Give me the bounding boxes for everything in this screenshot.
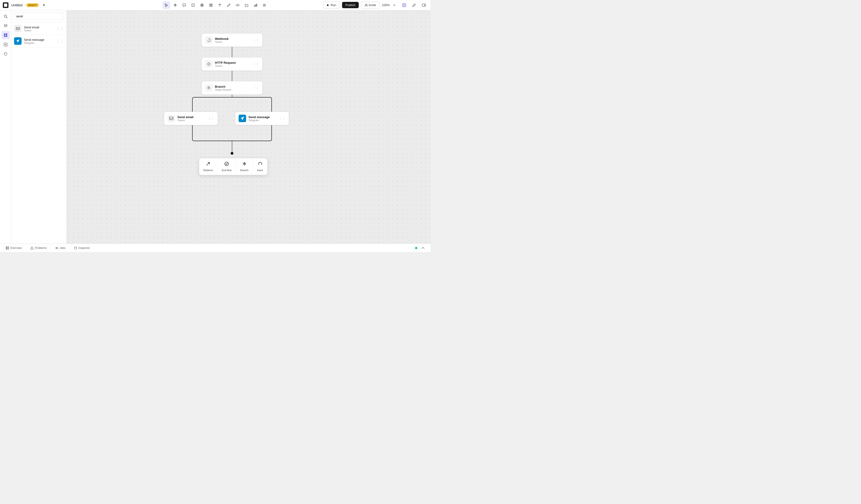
pen-tool[interactable]	[225, 1, 232, 9]
flow-connector-dot	[231, 152, 233, 155]
webhook-menu[interactable]: ⋮⋮	[252, 38, 259, 42]
send-message-node-info: Send message Telegram	[248, 115, 277, 122]
action-branch[interactable]: Branch	[236, 158, 253, 175]
svg-point-17	[263, 5, 264, 5]
branch-sub: Towire Branch	[215, 88, 250, 91]
svg-marker-23	[327, 4, 329, 6]
send-message-sub: Telegram	[24, 42, 56, 44]
logo	[3, 2, 9, 8]
action-branch-icon	[242, 162, 247, 167]
webhook-sub: Towire	[215, 41, 250, 43]
http-name: HTTP Request	[215, 61, 250, 65]
title-chevron[interactable]: ▾	[40, 1, 47, 9]
webhook-node[interactable]: Webhook Towire ⋮⋮	[202, 33, 262, 47]
send-email-node-menu[interactable]: ⋮⋮	[208, 116, 215, 120]
action-popup: Redirect End flow Branch Each	[199, 158, 268, 175]
action-end-flow[interactable]: End flow	[218, 158, 236, 175]
svg-point-15	[264, 4, 265, 4]
branch-name: Branch	[215, 85, 250, 88]
svg-rect-11	[254, 5, 255, 6]
apps-tool[interactable]	[261, 1, 268, 9]
publish-button[interactable]: Publish	[342, 2, 359, 8]
svg-point-19	[265, 5, 265, 5]
search-input[interactable]	[14, 13, 64, 20]
status-indicator	[415, 247, 418, 249]
svg-rect-37	[16, 27, 19, 30]
topbar-right: Run Publish Invite 100%	[323, 1, 428, 9]
comment-tool[interactable]	[180, 1, 188, 9]
branch-node[interactable]: Branch Towire Branch ⋮⋮	[202, 81, 262, 95]
http-node[interactable]: HTTP Request Towire ⋮⋮	[202, 57, 262, 71]
send-message-node[interactable]: Send message Telegram ⋮⋮	[235, 112, 289, 125]
frame-tool[interactable]	[189, 1, 197, 9]
send-message-info: Send message Telegram	[24, 38, 56, 44]
panel-toggle[interactable]	[420, 1, 428, 9]
sidebar-icon-search[interactable]	[1, 12, 10, 20]
tab-problems[interactable]: Problems	[28, 246, 49, 251]
svg-point-16	[265, 4, 265, 4]
zoom-chevron[interactable]	[391, 1, 398, 9]
send-email-sub: Towire	[24, 29, 56, 32]
draft-badge: DRAFT	[26, 3, 39, 7]
tab-overview[interactable]: Overview	[4, 246, 24, 251]
search-box	[11, 10, 66, 23]
action-redirect[interactable]: Redirect	[199, 158, 218, 175]
sidebar-icon-plugins[interactable]	[1, 40, 10, 49]
svg-rect-47	[6, 247, 7, 248]
send-message-node-menu[interactable]: ⋮⋮	[279, 116, 286, 120]
send-email-menu[interactable]: ⋮⋮	[56, 27, 64, 31]
http-menu[interactable]: ⋮⋮	[252, 62, 259, 66]
text-tool[interactable]	[216, 1, 223, 9]
send-message-node-sub: Telegram	[248, 119, 277, 122]
svg-rect-0	[183, 4, 186, 6]
select-tool[interactable]	[163, 1, 170, 9]
send-email-node-info: Send email Towire	[177, 115, 206, 122]
topbar: Untitled · DRAFT ▾	[0, 0, 430, 10]
send-email-node-icon	[167, 115, 175, 122]
svg-rect-1	[192, 4, 194, 6]
grid-tool[interactable]	[207, 1, 215, 9]
svg-point-14	[263, 4, 264, 4]
dot-separator: ·	[24, 3, 25, 7]
branch-menu[interactable]: ⋮⋮	[252, 86, 259, 90]
webhook-icon	[205, 36, 213, 44]
run-button[interactable]: Run	[323, 2, 340, 9]
branch-icon	[205, 84, 213, 92]
svg-rect-8	[211, 4, 212, 5]
edit-button[interactable]	[410, 1, 418, 9]
send-message-icon	[14, 37, 22, 45]
canvas[interactable]: Webhook Towire ⋮⋮ HTTP Request Towire ⋮⋮…	[67, 10, 430, 243]
expand-button[interactable]	[419, 244, 427, 252]
svg-rect-26	[422, 4, 426, 6]
tab-problems-label: Problems	[35, 247, 47, 250]
globe-tool[interactable]	[198, 1, 206, 9]
svg-rect-7	[209, 4, 211, 5]
sidebar-icon-layers[interactable]	[1, 22, 10, 30]
webhook-name: Webhook	[215, 37, 250, 41]
http-sub: Towire	[215, 65, 250, 67]
svg-rect-49	[6, 248, 7, 249]
chart-tool[interactable]	[252, 1, 259, 9]
svg-rect-45	[169, 117, 173, 120]
hand-tool[interactable]	[172, 1, 179, 9]
code-tool[interactable]	[234, 1, 242, 9]
sidebar-panel: Send email Towire ⋮⋮ Send message Telegr…	[11, 10, 67, 243]
end-flow-icon	[224, 162, 229, 167]
action-each[interactable]: Each	[253, 158, 267, 175]
send-email-node[interactable]: Send email Towire ⋮⋮	[164, 112, 218, 125]
list-item[interactable]: Send message Telegram ⋮⋮	[11, 35, 66, 47]
tab-inspector[interactable]: Inspector	[72, 246, 92, 251]
sidebar-icon-components[interactable]	[1, 31, 10, 39]
tab-jobs[interactable]: Jobs	[53, 246, 67, 251]
sidebar-icon-history[interactable]	[1, 50, 10, 58]
page-title: Untitled	[11, 3, 22, 7]
svg-point-24	[366, 4, 367, 5]
toolbar-center	[163, 1, 268, 9]
send-email-icon	[14, 25, 22, 32]
folder-tool[interactable]	[243, 1, 250, 9]
invite-button[interactable]: Invite	[361, 2, 380, 9]
cursor-mode-button[interactable]	[400, 1, 408, 9]
list-item[interactable]: Send email Towire ⋮⋮	[11, 23, 66, 35]
main-layout: Send email Towire ⋮⋮ Send message Telegr…	[0, 10, 430, 243]
send-message-menu[interactable]: ⋮⋮	[56, 39, 64, 43]
